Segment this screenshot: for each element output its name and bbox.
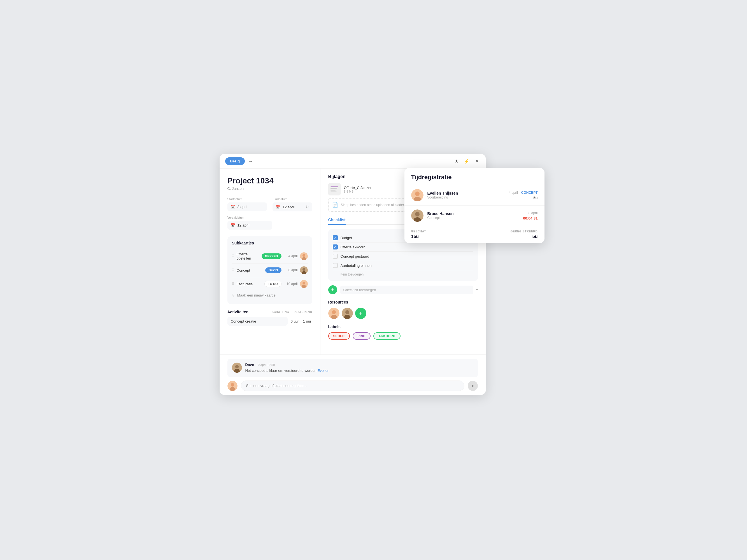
add-checklist-row: + Checklist toevoegen ▾ [328, 285, 478, 294]
resources-title: Resources [328, 300, 478, 304]
att-name: Offerte_C.Janzen [344, 186, 372, 190]
new-kaartje-label: Maak een nieuw kaartje [237, 293, 276, 297]
drag-handle2: ⠿ [232, 268, 234, 272]
act-row: Concept creatie 6 uur 1 uur [227, 317, 312, 326]
doc-icon: 📄 [332, 202, 338, 208]
sub-item-facturatie[interactable]: ⠿ Facturatie TO DO 10 april [232, 277, 308, 291]
label-prio[interactable]: PRIO [353, 332, 371, 340]
checkmark-1: ✓ [334, 245, 336, 249]
comment-link[interactable]: Evelien [317, 369, 329, 373]
entry-hours-0: 5u [533, 196, 538, 200]
sub-item-concept[interactable]: ⠿ Concept BEZIG 8 april [232, 264, 308, 277]
entry-role-0: Voorbereiding [428, 195, 505, 199]
checklist-item-3[interactable]: Aanbetaling binnen [333, 261, 473, 270]
svg-point-10 [332, 310, 336, 314]
activiteiten-header: Activiteiten SCHATTING RESTEREND [227, 310, 312, 314]
geregistreerd-label: GEREGISTREERD [510, 230, 538, 233]
sub-avatar-1 [300, 266, 308, 274]
svg-point-13 [345, 310, 349, 314]
sub-avatar-0 [300, 252, 308, 260]
status-button[interactable]: Bezig [225, 157, 245, 165]
resources-section: Resources + [328, 300, 478, 319]
startdatum-field: Startdatum 📅 3 april [227, 197, 267, 211]
comment-author: Dave [246, 363, 254, 367]
startdatum-value: 3 april [237, 205, 247, 209]
checklist-item-2[interactable]: Concept gestuurd [333, 252, 473, 261]
entry-name-0: Evelien Thijssen [428, 191, 505, 195]
drag-handle3: ⠿ [232, 282, 234, 286]
tijdregistratie-card: Tijdregistratie Evelien Thijssen Voorber… [405, 168, 544, 243]
badge-todo: TO DO [264, 281, 282, 287]
checkbox-3[interactable] [333, 263, 338, 268]
resterend-label: RESTEREND [293, 311, 312, 314]
tijdreg-entry-0: Evelien Thijssen Voorbereiding 4 april C… [405, 185, 544, 206]
checkmark-0: ✓ [334, 236, 336, 240]
checklist-tab[interactable]: Checklist [328, 218, 345, 225]
activiteiten-panel: Activiteiten SCHATTING RESTEREND Concept… [227, 310, 312, 326]
entry-role-1: Concept [428, 216, 519, 220]
labels-section: Labels SPOED PRIO AKKOORD [328, 324, 478, 340]
att-size: 8.8 MB [344, 190, 372, 193]
geregistreerd-value: 5u [533, 234, 538, 239]
add-checklist-button[interactable]: + [328, 285, 337, 294]
activiteiten-title: Activiteiten [227, 310, 249, 314]
svg-point-1 [303, 254, 305, 257]
comment-section: Dave 10 april 10:59 Het concept is klaar… [220, 354, 486, 395]
project-title: Project 1034 [227, 177, 312, 185]
comment-input-row: ➤ [227, 380, 478, 391]
svg-point-16 [235, 365, 239, 369]
geschat-value: 15u [411, 234, 426, 239]
add-checklist-input[interactable]: Checklist toevoegen [340, 286, 473, 294]
sub-avatar-2 [300, 280, 308, 288]
vervaldatum-input[interactable]: 📅 12 april [227, 221, 272, 230]
send-button[interactable]: ➤ [468, 381, 478, 391]
einddatum-input[interactable]: 📅 12 april ↻ [273, 203, 312, 211]
activity-select[interactable]: Concept creatie [227, 317, 288, 326]
check-label-2: Concept gestuurd [341, 254, 369, 259]
einddatum-field: Einddatum 📅 12 april ↻ [273, 197, 312, 211]
svg-point-4 [303, 268, 305, 271]
attachment-icon [328, 183, 341, 195]
add-resource-button[interactable]: + [355, 308, 366, 319]
star-button[interactable]: ★ [454, 157, 460, 165]
einddatum-label: Einddatum [273, 197, 312, 201]
subkaartjes-title: Subkaartjes [232, 241, 308, 245]
startdatum-input[interactable]: 📅 3 april [227, 203, 267, 211]
new-kaartje-button[interactable]: ↳ Maak een nieuw kaartje [232, 291, 308, 300]
refresh-icon: ↻ [306, 205, 309, 209]
item-toevoegen[interactable]: Item toevoegen [333, 270, 473, 277]
comment-meta: Dave 10 april 10:59 [246, 363, 330, 367]
checkbox-2[interactable] [333, 254, 338, 259]
comment-text: Het concept is klaar om verstuurd te wor… [246, 368, 330, 374]
entry-info-0: Evelien Thijssen Voorbereiding [428, 191, 505, 199]
label-spoed[interactable]: SPOED [328, 332, 350, 340]
checkbox-1[interactable]: ✓ [333, 244, 338, 249]
calendar-icon2: 📅 [276, 205, 280, 209]
tijdreg-title: Tijdregistratie [411, 174, 538, 181]
einddatum-value: 12 april [283, 205, 295, 209]
subkaartjes-panel: Subkaartjes ⠿ Offerte opstellen GEREED 4… [227, 236, 312, 304]
vervaldatum-label: Vervaldatum [227, 216, 312, 219]
arrow-icon: → [248, 159, 253, 164]
sub-date-facturatie: 10 april [284, 282, 298, 286]
sub-date-concept: 8 april [284, 268, 298, 272]
close-button[interactable]: ✕ [474, 157, 480, 165]
comment-body: Dave 10 april 10:59 Het concept is klaar… [246, 363, 330, 374]
lightning-button[interactable]: ⚡ [463, 157, 471, 165]
calendar-icon: 📅 [231, 205, 235, 209]
dropdown-arrow-icon: ▾ [476, 288, 478, 292]
entry-date-0: 4 april [509, 191, 518, 195]
checklist-item-1[interactable]: ✓ Offerte akkoord [333, 242, 473, 252]
comment-time: 10 april 10:59 [256, 363, 275, 367]
entry-time-red: 00:04:31 [523, 216, 538, 220]
label-akkoord[interactable]: AKKOORD [374, 332, 400, 340]
schatting-value: 6 uur [290, 319, 300, 323]
sub-item-offerte[interactable]: ⠿ Offerte opstellen GEREED 4 april [232, 249, 308, 264]
badge-gereed: GEREED [262, 254, 281, 259]
checkbox-0[interactable]: ✓ [333, 235, 338, 240]
check-label-1: Offerte akkoord [341, 245, 365, 249]
comment-input[interactable] [241, 380, 464, 391]
svg-point-7 [303, 282, 305, 285]
tijdreg-entry-1: Bruce Hansen Concept 8 april 00:04:31 [405, 206, 544, 226]
check-label-0: Budget [341, 236, 352, 240]
